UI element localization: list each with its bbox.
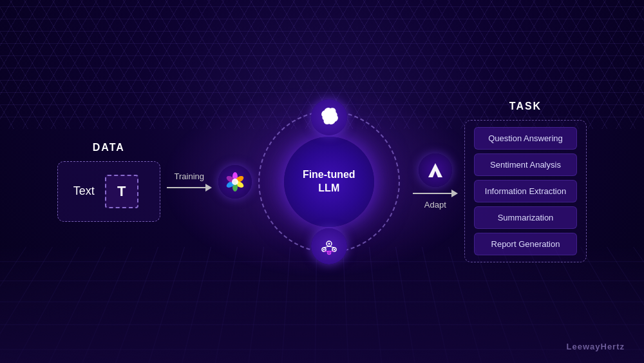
training-arrow: [167, 184, 212, 191]
training-label: Training: [175, 172, 204, 181]
azure-icon: [419, 153, 452, 187]
llm-text-line1: Fine-tuned: [303, 168, 355, 182]
adapt-arrow: [413, 190, 458, 197]
adapt-arrow-shaft: [413, 193, 451, 194]
data-text-label: Text: [73, 184, 95, 198]
arrow-shaft: [167, 187, 205, 188]
svg-point-18: [328, 252, 330, 253]
llm-text-line2: LLM: [318, 182, 339, 195]
svg-point-6: [232, 179, 238, 185]
svg-line-10: [324, 246, 329, 248]
data-box: Text T: [57, 161, 160, 222]
svg-point-16: [323, 248, 325, 250]
data-section: DATA Text T: [57, 142, 160, 222]
arrow-head: [205, 184, 212, 191]
orbit-container: Fine-tuned LLM: [252, 104, 406, 259]
watermark: LeewayHertz: [567, 342, 625, 351]
task-item-3: Summarization: [474, 206, 577, 229]
training-arrow-section: Training: [167, 172, 212, 191]
task-title: TASK: [509, 101, 542, 112]
data-title: DATA: [93, 142, 125, 153]
llm-center-circle: Fine-tuned LLM: [284, 137, 374, 227]
main-container: DATA Text T Training: [0, 0, 644, 363]
task-item-4: Report Generation: [474, 233, 577, 255]
openai-icon: [311, 99, 347, 135]
task-item-1: Sentiment Analysis: [474, 153, 577, 176]
adapt-arrow-head: [451, 190, 458, 197]
adapt-section: Adapt: [413, 153, 458, 210]
t-letter: T: [117, 183, 126, 200]
task-item-0: Question Answering: [474, 127, 577, 150]
spark-icon: [218, 165, 252, 199]
svg-line-11: [329, 246, 334, 248]
svg-line-13: [324, 251, 329, 251]
svg-point-17: [334, 248, 335, 250]
ai-robot-icon: [311, 228, 347, 264]
task-section: TASK Question Answering Sentiment Analys…: [464, 101, 587, 262]
llm-section: Fine-tuned LLM: [252, 104, 406, 259]
adapt-label: Adapt: [424, 200, 446, 210]
svg-line-14: [329, 251, 334, 251]
svg-marker-19: [428, 163, 442, 177]
svg-point-15: [328, 242, 330, 244]
text-icon: T: [105, 175, 138, 208]
task-item-2: Information Extraction: [474, 180, 577, 202]
task-box: Question Answering Sentiment Analysis In…: [464, 120, 587, 262]
